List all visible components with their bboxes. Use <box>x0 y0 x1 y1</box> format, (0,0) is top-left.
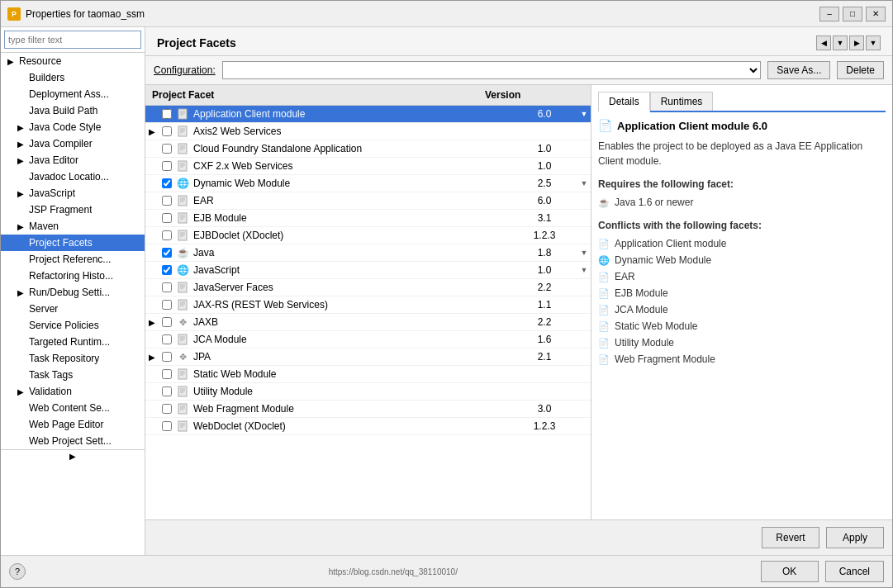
table-row-web-fragment[interactable]: Web Fragment Module3.0 <box>145 401 591 418</box>
nav-forward-button[interactable]: ▶ <box>849 36 864 50</box>
sidebar-item-java-compiler[interactable]: ▶Java Compiler <box>1 135 145 152</box>
table-row-cloud-foundry[interactable]: Cloud Foundry Standalone Application1.0 <box>145 140 591 158</box>
row-check-jaxb[interactable] <box>159 317 175 327</box>
checkbox-javascript-facet[interactable] <box>162 265 172 275</box>
search-input[interactable] <box>4 31 141 49</box>
minimize-button[interactable]: – <box>819 7 839 21</box>
row-check-cloud-foundry[interactable] <box>159 144 175 154</box>
table-row-ear[interactable]: EAR6.0 <box>145 192 591 210</box>
table-row-jsf[interactable]: JavaServer Faces2.2 <box>145 279 591 296</box>
apply-button[interactable]: Apply <box>826 527 884 548</box>
maximize-button[interactable]: □ <box>843 7 862 21</box>
table-row-jax-rs[interactable]: JAX-RS (REST Web Services)1.1 <box>145 296 591 314</box>
sidebar-scroll-right-arrow[interactable]: ▶ <box>1 449 145 462</box>
sidebar-item-refactoring-history[interactable]: Refactoring Histo... <box>1 268 145 284</box>
sidebar-item-task-repository[interactable]: Task Repository <box>1 350 145 367</box>
checkbox-jca[interactable] <box>162 334 172 344</box>
close-button[interactable]: ✕ <box>866 7 886 21</box>
checkbox-cloud-foundry[interactable] <box>162 144 172 154</box>
checkbox-webdoclet[interactable] <box>162 421 172 431</box>
table-row-cxf[interactable]: CXF 2.x Web Services1.0 <box>145 158 591 175</box>
sidebar-item-deployment[interactable]: Deployment Ass... <box>1 86 145 102</box>
sidebar-item-javascript[interactable]: ▶JavaScript <box>1 185 145 202</box>
checkbox-jax-rs[interactable] <box>162 300 172 310</box>
checkbox-jpa[interactable] <box>162 352 172 362</box>
sidebar-item-project-facets[interactable]: Project Facets <box>1 235 145 251</box>
sidebar-item-validation[interactable]: ▶Validation <box>1 383 145 400</box>
sidebar-item-task-tags[interactable]: Task Tags <box>1 367 145 383</box>
row-version-dropdown-app-client[interactable]: ▼ <box>577 110 591 118</box>
checkbox-utility[interactable] <box>162 386 172 396</box>
row-check-ear[interactable] <box>159 196 175 206</box>
row-check-cxf[interactable] <box>159 161 175 171</box>
checkbox-app-client[interactable] <box>162 109 172 119</box>
ok-button[interactable]: OK <box>761 561 819 582</box>
revert-button[interactable]: Revert <box>762 527 819 548</box>
checkbox-web-fragment[interactable] <box>162 404 172 414</box>
row-check-webdoclet[interactable] <box>159 421 175 431</box>
sidebar-item-java-editor[interactable]: ▶Java Editor <box>1 152 145 168</box>
row-check-java[interactable] <box>159 248 175 258</box>
row-check-ejb-module[interactable] <box>159 213 175 223</box>
sidebar-item-web-project-settings[interactable]: Web Project Sett... <box>1 433 145 449</box>
tab-details[interactable]: Details <box>598 92 650 112</box>
sidebar-item-run-debug[interactable]: ▶Run/Debug Setti... <box>1 284 145 301</box>
sidebar-item-targeted-runtime[interactable]: Targeted Runtim... <box>1 334 145 350</box>
table-row-java[interactable]: ☕Java1.8▼ <box>145 244 591 262</box>
nav-back-button[interactable]: ◀ <box>816 36 831 50</box>
checkbox-ejb-module[interactable] <box>162 213 172 223</box>
help-button[interactable]: ? <box>9 563 26 580</box>
nav-dropdown-button[interactable]: ▼ <box>833 36 848 50</box>
nav-forward-dropdown-button[interactable]: ▼ <box>866 36 881 50</box>
row-check-app-client[interactable] <box>159 109 175 119</box>
sidebar-item-resource[interactable]: ▶Resource <box>1 53 145 69</box>
delete-button[interactable]: Delete <box>837 61 884 79</box>
table-row-axis2[interactable]: ▶Axis2 Web Services <box>145 123 591 140</box>
sidebar-item-web-content-settings[interactable]: Web Content Se... <box>1 400 145 416</box>
row-check-utility[interactable] <box>159 386 175 396</box>
row-check-jsf[interactable] <box>159 282 175 292</box>
cancel-button[interactable]: Cancel <box>825 561 884 582</box>
table-row-jca[interactable]: JCA Module1.6 <box>145 331 591 349</box>
sidebar-item-service-policies[interactable]: Service Policies <box>1 317 145 334</box>
table-row-jpa[interactable]: ▶✥JPA2.1 <box>145 349 591 366</box>
table-row-app-client[interactable]: Application Client module6.0▼ <box>145 106 591 123</box>
table-row-ejb-module[interactable]: EJB Module3.1 <box>145 210 591 227</box>
sidebar-item-java-build-path[interactable]: Java Build Path <box>1 102 145 119</box>
row-check-dynamic-web[interactable] <box>159 178 175 188</box>
row-version-dropdown-javascript-facet[interactable]: ▼ <box>577 266 591 274</box>
sidebar-item-web-page-editor[interactable]: Web Page Editor <box>1 416 145 433</box>
row-check-ejbdoclet[interactable] <box>159 230 175 240</box>
save-as-button[interactable]: Save As... <box>767 61 830 79</box>
sidebar-item-project-reference[interactable]: Project Referenc... <box>1 251 145 268</box>
sidebar-item-jsp-fragment[interactable]: JSP Fragment <box>1 202 145 218</box>
row-check-jca[interactable] <box>159 334 175 344</box>
checkbox-java[interactable] <box>162 248 172 258</box>
checkbox-jaxb[interactable] <box>162 317 172 327</box>
sidebar-item-builders[interactable]: Builders <box>1 69 145 86</box>
row-check-static-web[interactable] <box>159 369 175 379</box>
table-row-dynamic-web[interactable]: 🌐Dynamic Web Module2.5▼ <box>145 175 591 192</box>
sidebar-item-javadoc-location[interactable]: Javadoc Locatio... <box>1 168 145 185</box>
row-check-jax-rs[interactable] <box>159 300 175 310</box>
tab-runtimes[interactable]: Runtimes <box>650 92 714 111</box>
row-check-axis2[interactable] <box>159 126 175 136</box>
checkbox-dynamic-web[interactable] <box>162 178 172 188</box>
sidebar-item-java-code-style[interactable]: ▶Java Code Style <box>1 119 145 135</box>
checkbox-ejbdoclet[interactable] <box>162 230 172 240</box>
row-version-dropdown-java[interactable]: ▼ <box>577 249 591 257</box>
checkbox-axis2[interactable] <box>162 126 172 136</box>
sidebar-item-server[interactable]: Server <box>1 301 145 317</box>
config-select[interactable] <box>222 61 762 79</box>
table-row-static-web[interactable]: Static Web Module <box>145 366 591 383</box>
row-check-javascript-facet[interactable] <box>159 265 175 275</box>
row-check-jpa[interactable] <box>159 352 175 362</box>
table-row-utility[interactable]: Utility Module <box>145 383 591 401</box>
table-row-jaxb[interactable]: ▶✥JAXB2.2 <box>145 314 591 331</box>
table-row-javascript-facet[interactable]: 🌐JavaScript1.0▼ <box>145 262 591 279</box>
checkbox-cxf[interactable] <box>162 161 172 171</box>
row-check-web-fragment[interactable] <box>159 404 175 414</box>
table-row-webdoclet[interactable]: WebDoclet (XDoclet)1.2.3 <box>145 418 591 435</box>
sidebar-item-maven[interactable]: ▶Maven <box>1 218 145 235</box>
table-row-ejbdoclet[interactable]: EJBDoclet (XDoclet)1.2.3 <box>145 227 591 244</box>
